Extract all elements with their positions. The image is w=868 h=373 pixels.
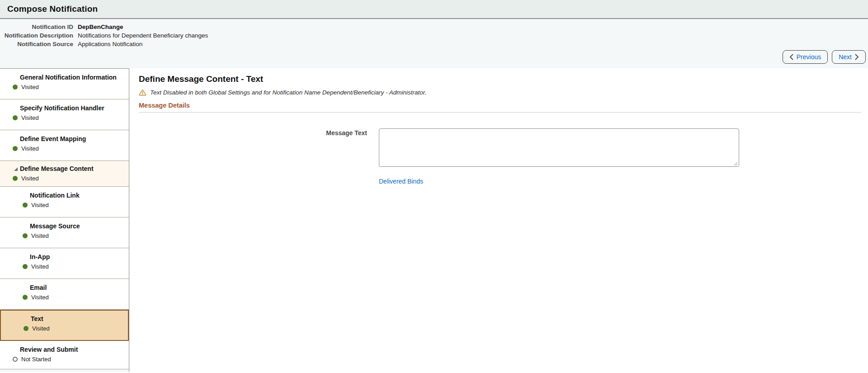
wizard-nav-buttons: Previous Next <box>783 50 866 64</box>
next-button[interactable]: Next <box>832 50 866 64</box>
message-text-row: Message Text <box>139 128 862 169</box>
notification-source-value: Applications Notification <box>78 40 142 48</box>
step-title: Specify Notification Handler <box>0 104 129 112</box>
resize-handle-icon[interactable] <box>733 161 738 166</box>
step-title: Message Source <box>0 222 129 230</box>
step-status-label: Visited <box>31 232 49 239</box>
visited-dot-icon <box>23 203 28 208</box>
content-heading: Define Message Content - Text <box>139 74 862 84</box>
step-title: Review and Submit <box>0 346 129 354</box>
main-area: General Notification Information Visited… <box>0 68 868 372</box>
notification-id-value: DepBenChange <box>78 23 123 31</box>
sidebar-item-message-source[interactable]: Message Source Visited <box>0 217 129 248</box>
message-text-label: Message Text <box>139 128 379 169</box>
step-title-label: Define Message Content <box>20 165 94 172</box>
step-status: Visited <box>0 84 129 90</box>
sidebar-item-notification-link[interactable]: Notification Link Visited <box>0 187 129 217</box>
sidebar-item-define-message-content[interactable]: Define Message Content Visited <box>0 161 129 187</box>
next-button-label: Next <box>839 53 852 61</box>
compose-notification-page: Compose Notification Notification ID Dep… <box>0 0 868 373</box>
visited-dot-icon <box>13 85 18 90</box>
step-title: Notification Link <box>0 192 129 199</box>
page-title: Compose Notification <box>7 4 98 14</box>
sidebar-footer-band <box>0 369 129 372</box>
sidebar-item-general-notification-information[interactable]: General Notification Information Visited <box>0 69 129 99</box>
warning-triangle-icon <box>139 89 146 96</box>
step-status: Not Started <box>0 356 129 363</box>
step-status-label: Visited <box>31 263 49 270</box>
step-sidebar: General Notification Information Visited… <box>0 68 129 372</box>
chevron-right-icon <box>855 54 859 60</box>
sidebar-item-in-app[interactable]: In-App Visited <box>0 248 129 279</box>
section-divider <box>139 112 862 113</box>
visited-dot-icon <box>23 295 28 300</box>
step-status-label: Visited <box>21 145 39 152</box>
step-status: Visited <box>0 202 129 208</box>
delivered-binds-link[interactable]: Delivered Binds <box>379 178 423 185</box>
step-title: General Notification Information <box>0 74 129 81</box>
step-status-label: Visited <box>21 175 39 182</box>
warning-text: Text Disabled in both Global Settings an… <box>150 89 427 96</box>
visited-dot-icon <box>23 264 28 269</box>
page-header: Compose Notification <box>0 0 868 19</box>
sidebar-item-email[interactable]: Email Visited <box>0 279 129 310</box>
sidebar-item-define-event-mapping[interactable]: Define Event Mapping Visited <box>0 130 129 161</box>
previous-button-label: Previous <box>797 53 821 61</box>
content-panel: Define Message Content - Text Text Disab… <box>129 68 868 372</box>
expanded-triangle-icon <box>14 167 18 171</box>
step-status-label: Visited <box>31 294 49 301</box>
notification-id-label: Notification ID <box>0 23 78 31</box>
visited-dot-icon <box>23 233 28 238</box>
notification-summary: Notification ID DepBenChange Notificatio… <box>0 19 868 68</box>
step-status-label: Visited <box>31 202 49 208</box>
message-text-wrapper <box>379 128 739 169</box>
sidebar-item-specify-notification-handler[interactable]: Specify Notification Handler Visited <box>0 99 129 130</box>
notification-source-label: Notification Source <box>0 40 78 48</box>
visited-dot-icon <box>24 326 28 331</box>
notification-source-row: Notification Source Applications Notific… <box>0 40 868 48</box>
step-status: Visited <box>1 325 128 332</box>
step-status: Visited <box>0 114 129 121</box>
notification-id-row: Notification ID DepBenChange <box>0 23 868 31</box>
step-status-label: Visited <box>21 84 39 90</box>
message-text-input[interactable] <box>379 128 739 167</box>
step-status: Visited <box>0 263 129 270</box>
sidebar-item-review-and-submit[interactable]: Review and Submit Not Started <box>0 341 129 369</box>
warning-message: Text Disabled in both Global Settings an… <box>139 89 862 96</box>
section-title-message-details: Message Details <box>139 102 862 109</box>
step-status: Visited <box>0 232 129 239</box>
notification-description-row: Notification Description Notifications f… <box>0 31 868 40</box>
visited-dot-icon <box>13 176 18 181</box>
step-title: Email <box>0 284 129 292</box>
step-status-label: Visited <box>21 114 39 121</box>
step-title: Define Event Mapping <box>0 135 129 143</box>
step-status: Visited <box>0 175 129 182</box>
visited-dot-icon <box>13 146 18 151</box>
previous-button[interactable]: Previous <box>783 50 828 64</box>
not-started-circle-icon <box>13 357 18 362</box>
step-status-label: Not Started <box>21 356 51 363</box>
visited-dot-icon <box>13 115 18 120</box>
step-title: Define Message Content <box>0 165 129 173</box>
notification-description-value: Notifications for Dependent Beneficiary … <box>78 31 208 40</box>
notification-description-label: Notification Description <box>0 31 78 40</box>
step-status: Visited <box>0 294 129 301</box>
step-status: Visited <box>0 145 129 152</box>
step-title: In-App <box>0 253 129 261</box>
step-title: Text <box>1 315 128 323</box>
chevron-left-icon <box>789 54 793 60</box>
sidebar-item-text[interactable]: Text Visited <box>0 310 129 341</box>
step-status-label: Visited <box>32 325 50 332</box>
